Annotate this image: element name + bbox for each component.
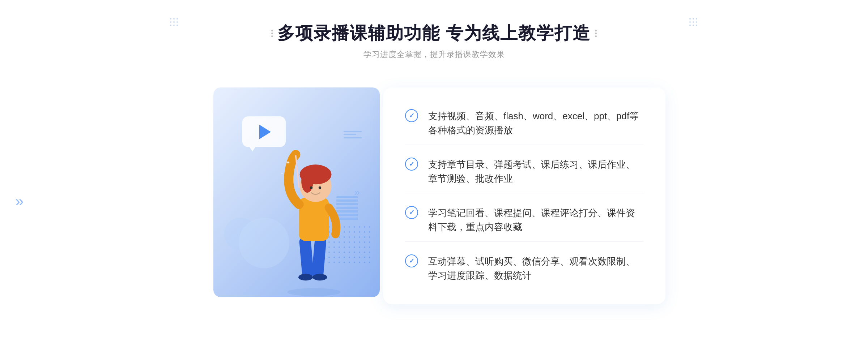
illustration-wrapper: »: [203, 80, 391, 312]
person-illustration: ✦ ✦: [271, 138, 357, 297]
feature-item-4: ✓ 互动弹幕、试听购买、微信分享、观看次数限制、学习进度跟踪、数据统计: [405, 247, 644, 290]
svg-rect-1: [299, 237, 314, 278]
svg-point-0: [288, 288, 341, 296]
feature-text-2: 支持章节目录、弹题考试、课后练习、课后作业、章节测验、批改作业: [428, 158, 644, 186]
page-title: 多项录播课辅助功能 专为线上教学打造: [271, 22, 596, 45]
feature-text-3: 学习笔记回看、课程提问、课程评论打分、课件资料下载，重点内容收藏: [428, 206, 644, 234]
play-icon: [259, 125, 271, 139]
feature-item-2: ✓ 支持章节目录、弹题考试、课后练习、课后作业、章节测验、批改作业: [405, 150, 644, 193]
checkmark-symbol-1: ✓: [409, 112, 414, 119]
feature-text-1: 支持视频、音频、flash、word、excel、ppt、pdf等各种格式的资源…: [428, 109, 644, 137]
feature-text-4: 互动弹幕、试听购买、微信分享、观看次数限制、学习进度跟踪、数据统计: [428, 254, 644, 283]
features-panel: ✓ 支持视频、音频、flash、word、excel、ppt、pdf等各种格式的…: [383, 87, 665, 304]
checkmark-symbol-3: ✓: [409, 209, 414, 216]
svg-text:✦: ✦: [281, 172, 284, 175]
dots-decoration-right: [689, 18, 698, 27]
svg-point-4: [312, 274, 327, 280]
checkmark-symbol-4: ✓: [409, 258, 414, 264]
svg-point-8: [301, 169, 313, 193]
lines-decoration: [344, 131, 362, 138]
check-icon-4: ✓: [405, 254, 418, 267]
svg-rect-2: [311, 237, 327, 278]
illustration-background: »: [213, 87, 380, 297]
chevron-left-decoration: »: [15, 194, 24, 209]
dots-decoration-left: [170, 18, 179, 27]
check-icon-2: ✓: [405, 158, 418, 171]
check-icon-1: ✓: [405, 109, 418, 122]
feature-item-1: ✓ 支持视频、音频、flash、word、excel、ppt、pdf等各种格式的…: [405, 102, 644, 145]
content-area: »: [181, 80, 687, 312]
svg-point-9: [310, 186, 312, 189]
feature-item-3: ✓ 学习笔记回看、课程提问、课程评论打分、课件资料下载，重点内容收藏: [405, 199, 644, 242]
check-icon-3: ✓: [405, 206, 418, 219]
svg-point-3: [298, 274, 313, 280]
title-divider-right: [595, 30, 597, 37]
page-header: 多项录播课辅助功能 专为线上教学打造 学习进度全掌握，提升录播课教学效果: [271, 22, 596, 60]
subtitle-text: 学习进度全掌握，提升录播课教学效果: [271, 49, 596, 60]
checkmark-symbol-2: ✓: [409, 161, 414, 167]
page-wrapper: » 多项录播课辅助功能 专为线上教学打造 学习进度全掌握，提升录播课教学效果: [0, 0, 868, 352]
title-divider-left: [271, 30, 273, 37]
svg-point-10: [319, 186, 321, 189]
title-text: 多项录播课辅助功能 专为线上教学打造: [277, 22, 590, 45]
svg-text:✦: ✦: [286, 160, 290, 166]
